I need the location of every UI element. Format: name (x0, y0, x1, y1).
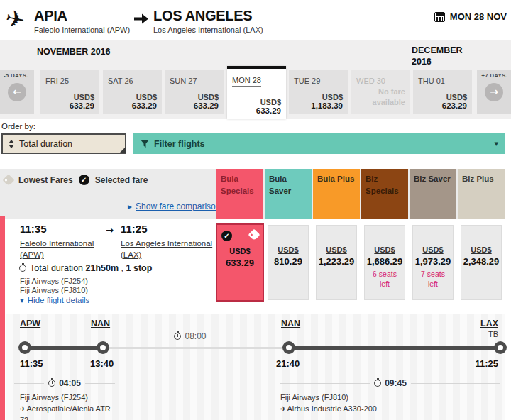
date-tab-thu01[interactable]: THU 01 USD$ 623.29 (413, 70, 472, 114)
segment-1-info: Fiji Airways (FJ254) ✈Aerospatiale/Aleni… (20, 392, 121, 420)
date-tab-sat26[interactable]: SAT 26 USD$ 633.29 (103, 70, 162, 114)
stopwatch-icon (174, 333, 181, 340)
fare-price: 2,348.29 (461, 256, 501, 267)
funnel-icon (141, 140, 149, 148)
seats-left: 6 seats left (365, 270, 405, 289)
fare-price: 633.29 (217, 258, 263, 268)
date-tab-tue29[interactable]: TUE 29 USD$ 1,183.39 (289, 70, 348, 114)
stop-code-nan-2[interactable]: NAN (281, 319, 300, 328)
fare-class-biz-specials: Biz Specials (361, 169, 408, 219)
fare-class-bula-saver: Bula Saver (265, 169, 312, 219)
tag-icon (248, 229, 260, 241)
fare-price: 1,223.29 (317, 256, 356, 267)
departure-airport-link[interactable]: Faleolo International (APW) (20, 238, 105, 260)
date-tab-currency: USD$ (132, 93, 157, 101)
segment-1-duration-value: 04:05 (59, 378, 81, 388)
date-tab-price: 633.29 (194, 101, 219, 110)
next-days-label: +7 DAYS. (480, 72, 507, 79)
fare-class-bula-plus: Bula Plus (313, 169, 360, 219)
travel-date[interactable]: MON 28 NOV (434, 11, 507, 22)
order-by-value: Total duration (19, 139, 72, 149)
fare-currency: USD$ (365, 245, 405, 254)
fare-class-biz-saver: Biz Saver (410, 169, 456, 219)
filter-flights-bar[interactable]: Filter flights ▾ (133, 133, 505, 154)
prev-days-label: -5 DAYS. (4, 72, 31, 79)
flight-results-page: ✈ APIA Faleolo International (APW) LOS A… (0, 0, 511, 420)
travel-date-label: MON 28 NOV (450, 11, 507, 22)
stop-code-lax[interactable]: LAX (480, 319, 498, 328)
fare-cell-biz-specials[interactable]: USD$ 1,686.29 6 seats left (364, 225, 405, 300)
segment-line-2 (289, 346, 500, 350)
date-tab-fri25[interactable]: FRI 25 USD$ 633.29 (40, 70, 99, 114)
sort-icon (9, 140, 14, 148)
order-by-label: Order by: (1, 122, 35, 131)
order-by-dropdown[interactable]: Total duration (1, 133, 126, 154)
stop-code-apw[interactable]: APW (20, 319, 40, 328)
prev-days-button[interactable]: -5 DAYS. ← (0, 70, 34, 114)
date-tab-currency: USD$ (70, 93, 94, 101)
filter-flights-label: Filter flights (154, 139, 205, 149)
segment-2-duration: 09:45 (280, 378, 500, 388)
check-circle-icon (79, 175, 89, 185)
fare-currency: USD$ (461, 245, 501, 254)
airplane-icon: ✈ (280, 405, 286, 413)
month-label-left: NOVEMBER 2016 (37, 47, 111, 57)
no-fare-label: No fare available (363, 87, 405, 107)
lowest-fares-label: Lowest Fares (18, 175, 73, 185)
stop-time-nan-1: 13:40 (90, 358, 114, 369)
segment-2-airline: Fiji Airways (FJ810) (280, 392, 458, 404)
date-tab-day: SUN 27 (170, 77, 197, 85)
fare-currency: USD$ (413, 245, 453, 254)
seats-left: 7 seats left (413, 270, 453, 289)
date-tab-price: 633.29 (132, 101, 157, 110)
destination-city: LOS ANGELES (153, 8, 263, 24)
date-tab-price: 623.29 (442, 101, 467, 110)
fare-currency: USD$ (268, 245, 308, 254)
route-arrow-icon (133, 12, 149, 27)
fare-cell-biz-plus[interactable]: USD$ 2,348.29 (461, 225, 502, 300)
date-tab-mon28-selected[interactable]: MON 28 USD$ 633.29 (227, 66, 286, 119)
arrival-airport-link[interactable]: Los Angeles International (LAX) (121, 238, 213, 260)
terminal-label: TB (488, 330, 498, 338)
segment-2-info: Fiji Airways (FJ810) ✈Airbus Industrie A… (280, 392, 458, 415)
fare-cell-bula-plus[interactable]: USD$ 1,223.29 (316, 225, 357, 300)
date-tab-day: MON 28 (232, 76, 261, 87)
fare-currency: USD$ (217, 247, 263, 255)
segment-2-duration-value: 09:45 (385, 378, 407, 388)
airplane-icon: ✈ (20, 405, 26, 413)
hide-flight-details-link[interactable]: Hide flight details (20, 295, 89, 305)
date-tab-currency: USD$ (442, 93, 467, 101)
layover-duration: 08:00 (151, 331, 229, 341)
origin-header: APIA Faleolo International (APW) (34, 8, 130, 34)
date-tab-currency: USD$ (194, 93, 219, 101)
stopwatch-icon (374, 380, 381, 387)
date-tab-currency: USD$ (311, 93, 343, 101)
origin-airport: Faleolo International (APW) (34, 26, 130, 34)
stop-time-lax: 11:25 (475, 358, 498, 369)
stop-time-nan-2: 21:40 (276, 358, 300, 369)
date-tab-price: 633.29 (256, 106, 281, 115)
stop-time-apw: 11:35 (20, 358, 43, 369)
segment-line-1 (25, 346, 103, 350)
fare-cell-biz-saver[interactable]: USD$ 1,973.29 7 seats left (412, 225, 454, 300)
stop-code-nan-1[interactable]: NAN (91, 319, 110, 328)
fare-cell-bula-specials-selected[interactable]: USD$ 633.29 (216, 223, 264, 302)
selected-row-indicator (0, 216, 5, 420)
show-fare-comparison-link[interactable]: Show fare comparison (128, 201, 220, 211)
chevron-down-icon[interactable]: ▾ (494, 139, 498, 148)
total-duration-value: 21h50m (86, 263, 119, 273)
stopwatch-icon (48, 380, 55, 387)
next-days-button[interactable]: +7 DAYS. → (477, 70, 511, 114)
destination-header: LOS ANGELES Los Angeles International (L… (153, 8, 263, 34)
calendar-icon (434, 12, 445, 22)
fare-cell-bula-saver[interactable]: USD$ 810.29 (268, 225, 309, 300)
origin-city: APIA (34, 8, 130, 24)
date-tab-sun27[interactable]: SUN 27 USD$ 633.29 (165, 70, 224, 114)
layover-line (103, 347, 289, 349)
segment-2-aircraft: Airbus Industrie A330-200 (287, 404, 377, 413)
resize-corner-icon (119, 147, 126, 153)
month-label-right: DECEMBER 2016 (412, 45, 467, 68)
timeline-dot-nan-2 (282, 341, 295, 354)
date-tab-price: 633.29 (70, 101, 94, 110)
segment-1-aircraft: Aerospatiale/Alenia ATR 72 (20, 404, 111, 420)
